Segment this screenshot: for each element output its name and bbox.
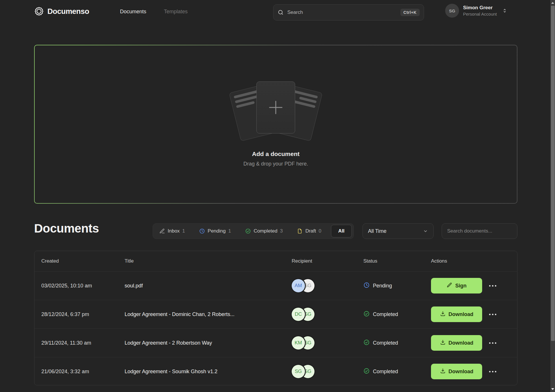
tab-label: Completed: [254, 228, 277, 234]
check-circle-icon: [245, 228, 251, 234]
scroll-down-arrow-icon[interactable]: [550, 387, 555, 391]
avatar: SG: [445, 4, 459, 18]
tab-label: Inbox: [168, 228, 180, 234]
tab-label: All: [338, 228, 345, 234]
upload-dropzone[interactable]: Add a document Drag & drop your PDF here…: [34, 45, 517, 204]
documenso-logo-icon: [34, 6, 44, 16]
more-actions-button[interactable]: [487, 282, 498, 289]
action-button-label: Download: [449, 311, 473, 317]
download-button[interactable]: Download: [431, 364, 482, 379]
recipient-avatar: SG: [292, 365, 305, 378]
column-recipient: Recipient: [292, 258, 363, 264]
pencil-icon: [447, 282, 452, 289]
tab-count: 1: [228, 228, 231, 234]
status-label: Completed: [373, 311, 398, 317]
download-icon: [440, 368, 446, 375]
cell-status: Completed: [363, 311, 431, 318]
tab-pending[interactable]: Pending1: [195, 225, 236, 237]
table-row[interactable]: 03/02/2025, 10:10 amsoul.pdfAMSGPendingS…: [34, 271, 517, 300]
period-filter-value: All Time: [368, 228, 386, 234]
tab-label: Draft: [305, 228, 316, 234]
user-account-type: Personal Account: [463, 11, 497, 17]
recipient-avatar: DC: [292, 308, 305, 321]
action-button-label: Sign: [455, 283, 467, 289]
table-row[interactable]: 21/06/2024, 3:32 amLodger Agreement - So…: [34, 357, 517, 385]
cell-created: 29/11/2024, 11:30 am: [41, 340, 125, 346]
cell-status: Completed: [363, 339, 431, 347]
tab-inbox[interactable]: Inbox1: [155, 225, 190, 237]
search-placeholder: Search: [287, 10, 397, 15]
logo-text: Documenso: [47, 7, 89, 16]
cell-status: Completed: [363, 368, 431, 376]
chevron-down-icon: [423, 228, 428, 234]
table-row[interactable]: 29/11/2024, 11:30 amLodger Agreement - 2…: [34, 328, 517, 357]
page-title: Documents: [34, 222, 99, 235]
check-circle-icon: [363, 311, 370, 318]
sign-button[interactable]: Sign: [431, 278, 482, 293]
documents-table: Created Title Recipient Status Actions 0…: [34, 251, 517, 385]
download-icon: [440, 339, 446, 347]
period-filter-select[interactable]: All Time: [362, 223, 434, 239]
user-menu[interactable]: SG Simon Greer Personal Account: [445, 4, 507, 18]
status-filter-tabs: Inbox1Pending1Completed3Draft0All: [153, 223, 354, 239]
plus-icon: [269, 101, 282, 114]
cell-recipients: SGSG: [292, 365, 363, 378]
action-button-label: Download: [449, 340, 473, 346]
more-actions-button[interactable]: [487, 311, 498, 318]
cell-title[interactable]: Lodger Agreement - Dominic Chan, 2 Rober…: [125, 311, 292, 317]
documents-search-input[interactable]: [442, 223, 517, 239]
documenso-app: Documenso Documents Templates Search Ctr…: [0, 0, 555, 392]
recipient-avatar: KM: [292, 336, 305, 350]
cell-status: Pending: [363, 282, 431, 290]
table-row[interactable]: 28/12/2024, 6:37 pmLodger Agreement - Do…: [34, 300, 517, 328]
cell-actions: Download: [431, 306, 510, 322]
clock-icon: [199, 228, 205, 234]
column-status: Status: [363, 258, 431, 264]
status-label: Completed: [373, 369, 398, 375]
cell-recipients: KMSG: [292, 336, 363, 350]
download-button[interactable]: Download: [431, 335, 482, 351]
cell-created: 21/06/2024, 3:32 am: [41, 369, 125, 375]
scrollbar-thumb[interactable]: [551, 6, 555, 341]
cell-created: 03/02/2025, 10:10 am: [41, 283, 125, 289]
cell-title[interactable]: Lodger Agreement - 2 Robertson Way: [125, 340, 292, 346]
tab-label: Pending: [208, 228, 225, 234]
column-created: Created: [41, 258, 125, 264]
cell-title[interactable]: soul.pdf: [125, 283, 292, 289]
add-document-card-icon: [256, 81, 295, 133]
global-search[interactable]: Search Ctrl+K: [273, 4, 424, 21]
recipient-avatar: AM: [292, 279, 305, 292]
documenso-logo[interactable]: Documenso: [34, 6, 89, 16]
clock-icon: [363, 282, 370, 290]
download-icon: [440, 311, 446, 318]
table-header-row: Created Title Recipient Status Actions: [34, 251, 517, 271]
more-actions-button[interactable]: [487, 339, 498, 347]
cell-title[interactable]: Lodger Agreement - Soumik Ghosh v1.2: [125, 369, 292, 375]
cell-recipients: AMSG: [292, 279, 363, 292]
status-label: Pending: [373, 283, 392, 289]
search-icon: [278, 9, 284, 16]
scrollbar[interactable]: [550, 0, 555, 392]
cell-actions: Download: [431, 335, 510, 351]
tab-count: 3: [280, 228, 283, 234]
check-circle-icon: [363, 368, 370, 376]
tab-completed[interactable]: Completed3: [240, 225, 287, 237]
top-nav: Documenso Documents Templates Search Ctr…: [34, 0, 517, 25]
tab-count: 1: [182, 228, 185, 234]
check-circle-icon: [363, 339, 370, 347]
cell-created: 28/12/2024, 6:37 pm: [41, 311, 125, 317]
cell-recipients: DCSG: [292, 308, 363, 321]
action-button-label: Download: [449, 369, 473, 375]
tab-draft[interactable]: Draft0: [292, 225, 326, 237]
search-shortcut-badge: Ctrl+K: [400, 9, 420, 16]
scroll-up-arrow-icon[interactable]: [550, 1, 555, 5]
dropzone-title: Add a document: [252, 151, 300, 157]
more-actions-button[interactable]: [487, 368, 498, 375]
download-button[interactable]: Download: [431, 306, 482, 322]
documents-section-header: Documents Inbox1Pending1Completed3Draft0…: [34, 221, 517, 241]
nav-templates[interactable]: Templates: [164, 9, 188, 15]
tab-all[interactable]: All: [331, 225, 352, 237]
column-title: Title: [125, 258, 292, 264]
status-label: Completed: [373, 340, 398, 346]
nav-documents[interactable]: Documents: [120, 9, 146, 15]
